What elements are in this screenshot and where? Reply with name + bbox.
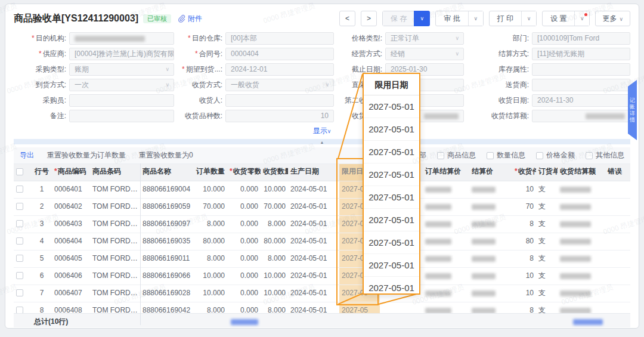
table-row-4: 40006404TOM FORD幻魅亮...88806616903580.000…	[14, 233, 630, 251]
notification-dot	[584, 13, 587, 16]
cell-barcode: TOM FORD幻魅亮...	[90, 251, 140, 267]
row-checkbox[interactable]	[16, 203, 23, 210]
print-button[interactable]: 打 印	[490, 11, 521, 26]
prev-record-button[interactable]: <	[339, 11, 355, 26]
accounting-detail-tab[interactable]: 记账详情	[628, 80, 637, 140]
row-checkbox[interactable]	[16, 220, 23, 227]
checkbox[interactable]	[437, 152, 444, 159]
field-input-7[interactable]: 经销	[385, 48, 464, 60]
cell-order_price	[423, 285, 469, 302]
approve-dropdown-button[interactable]: ∨	[468, 11, 483, 26]
cell-odd_qty: 0.000	[227, 233, 261, 250]
toggle-数量信息[interactable]: 数量信息	[487, 150, 525, 160]
masked-value	[425, 308, 451, 313]
select-all-checkbox[interactable]	[16, 168, 23, 175]
cell-prod_date: 2024-05-01	[288, 285, 339, 302]
field-input-10[interactable]: 2024-12-01	[225, 63, 334, 76]
required-asterisk: *	[195, 50, 198, 58]
magnifier-column-title: 限用日期	[364, 74, 419, 95]
field-input-16[interactable]	[532, 79, 630, 91]
col-header-recv_amt: 收货结算额	[558, 164, 605, 181]
cell-order_qty: 8.000	[190, 251, 227, 267]
checkbox[interactable]	[586, 152, 593, 159]
cell-order_qty: 10.000	[190, 285, 227, 302]
grid-action-导出[interactable]: 导出	[20, 150, 34, 160]
field-input-12[interactable]	[532, 63, 630, 76]
checkbox[interactable]	[536, 152, 543, 159]
magnifier-value: 2027-05-01	[364, 141, 419, 163]
field-input-22[interactable]: 10	[225, 110, 334, 122]
row-checkbox[interactable]	[16, 307, 23, 313]
masked-value	[560, 187, 591, 193]
cell-barcode: TOM FORD幻魅亮...	[90, 285, 140, 302]
cell-name: 888066169059	[140, 199, 190, 215]
field-input-21[interactable]	[69, 110, 174, 122]
field-label: 部门:	[467, 32, 529, 45]
next-record-button[interactable]: >	[361, 11, 377, 26]
field-label: 到货方式:	[14, 79, 66, 91]
magnifier-value: 2027-05-01	[364, 231, 419, 254]
cell-name: 888066169042	[140, 302, 190, 313]
col-header-error: 错误	[605, 164, 629, 181]
field-input-24[interactable]	[532, 110, 630, 122]
row-checkbox[interactable]	[16, 255, 23, 262]
toggle-其他信息[interactable]: 其他信息	[586, 150, 624, 160]
field-input-2[interactable]: [00]本部	[225, 32, 334, 45]
cell-order_qty: 8.000	[190, 216, 227, 233]
collapse-strip[interactable]: ▲	[14, 139, 630, 144]
approve-button[interactable]: 审 批	[436, 11, 467, 26]
save-dropdown-button[interactable]: ∨	[414, 11, 430, 26]
settings-button[interactable]: 设 置	[543, 11, 574, 26]
cell-recv_qty: 8.000	[261, 216, 288, 233]
show-link[interactable]: 显示	[313, 126, 327, 135]
field-input-20[interactable]: 2024-11-30	[532, 94, 630, 107]
save-button[interactable]: 保 存	[383, 11, 414, 26]
field-input-8[interactable]: [11]经销无账期	[532, 48, 630, 60]
grid-action-重置验收数量为订单数量[interactable]: 重置验收数量为订单数量	[47, 150, 126, 160]
field-input-13[interactable]: 一次	[69, 79, 174, 91]
cell-unit: 支	[536, 268, 558, 285]
row-checkbox[interactable]	[16, 237, 23, 245]
field-input-6[interactable]: 0000404	[225, 48, 334, 60]
field-input-5[interactable]: [00004]雅诗兰黛(上海)商贸有限公司	[69, 48, 174, 60]
cell-order_qty: 80.000	[190, 233, 227, 250]
print-dropdown-button[interactable]: ∨	[521, 11, 536, 26]
masked-value	[425, 187, 451, 193]
field-input-17[interactable]	[69, 94, 174, 107]
grid-action-重置验收数量为0[interactable]: 重置验收数量为0	[139, 150, 193, 160]
field-input-1[interactable]	[69, 32, 174, 45]
field-input-18[interactable]	[225, 94, 334, 107]
field-input-9[interactable]: 账期	[69, 63, 174, 76]
field-input-4[interactable]: [1000109]Tom Ford	[532, 32, 630, 45]
field-label: 备注:	[14, 110, 66, 122]
masked-value	[560, 273, 591, 279]
col-header-unit: 订货单位	[536, 164, 558, 181]
settings-dropdown-button[interactable]: ∨	[574, 11, 589, 26]
cell-sel	[14, 199, 32, 215]
row-checkbox[interactable]	[16, 272, 23, 279]
checkbox[interactable]	[487, 152, 494, 159]
cell-name: 888066169066	[140, 268, 190, 285]
cell-odd_qty: 0.000	[227, 181, 261, 198]
toggle-商品信息[interactable]: 商品信息	[437, 150, 476, 160]
chevron-down-icon: ∨	[473, 16, 478, 21]
cell-recv_qty: 80.000	[261, 233, 288, 250]
title-bar: 商品验收单[YS12411290003] 已审核 附件 < > 保 存 ∨ 审 …	[5, 4, 639, 29]
row-checkbox[interactable]	[16, 185, 23, 193]
cell-name: 888066169004	[140, 181, 190, 198]
cell-barcode: TOM FORD幻魅亮...	[90, 181, 140, 198]
chevron-down-icon: ∨	[619, 16, 623, 22]
cell-unit: 支	[536, 181, 558, 198]
masked-value	[425, 256, 451, 262]
row-checkbox[interactable]	[16, 289, 23, 296]
field-input-14[interactable]: 一般收货	[225, 79, 334, 91]
cell-prod_date: 2024-05-01	[288, 268, 339, 285]
cell-order_qty: 10.000	[190, 268, 227, 285]
field-input-3[interactable]: 正常订单	[385, 32, 464, 45]
masked-value	[560, 221, 591, 227]
masked-value	[560, 290, 591, 296]
more-button[interactable]: 更多∨	[595, 11, 630, 26]
toggle-价格金额[interactable]: 价格金额	[536, 150, 575, 160]
cell-order_price	[423, 216, 469, 233]
attachment-link[interactable]: 附件	[188, 14, 202, 24]
